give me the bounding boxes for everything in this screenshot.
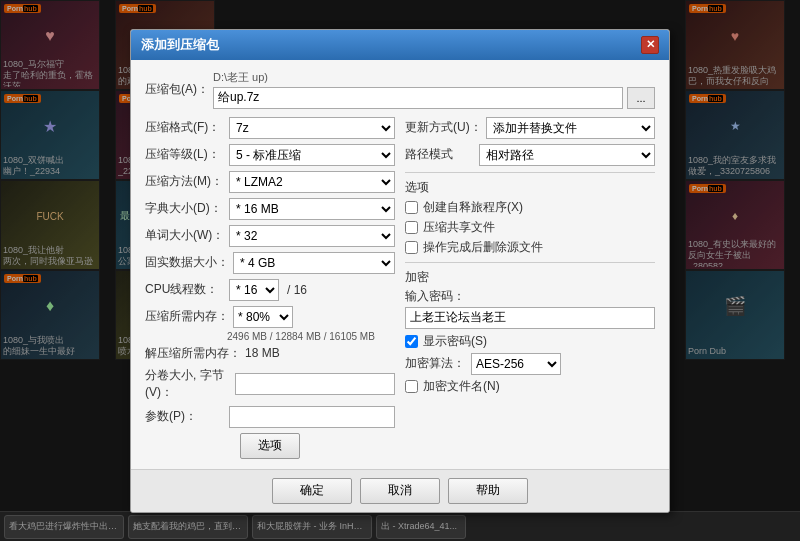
level-row: 压缩等级(L)： 5 - 标准压缩	[145, 144, 395, 166]
dict-label: 字典大小(D)：	[145, 200, 225, 217]
option3-row: 操作完成后删除源文件	[405, 239, 655, 256]
browse-button[interactable]: ...	[627, 87, 655, 109]
update-row: 更新方式(U)： 添加并替换文件	[405, 117, 655, 139]
mem-compress-label: 压缩所需内存：	[145, 308, 229, 325]
update-select[interactable]: 添加并替换文件	[486, 117, 655, 139]
option1-checkbox[interactable]	[405, 201, 418, 214]
option1-row: 创建自释旅程序(X)	[405, 199, 655, 216]
word-label: 单词大小(W)：	[145, 227, 225, 244]
mem-decompress-row: 解压缩所需内存： 18 MB	[145, 345, 395, 362]
split-row: 分卷大小, 字节(V)：	[145, 367, 395, 401]
params-row: 参数(P)：	[145, 406, 395, 428]
archive-path-row: 压缩包(A)： D:\老王 up) ...	[145, 70, 655, 109]
encrypt-input-label: 输入密码：	[405, 288, 655, 305]
word-row: 单词大小(W)： * 32	[145, 225, 395, 247]
compress-dialog: 添加到压缩包 ✕ 压缩包(A)： D:\老王 up) ...	[130, 29, 670, 513]
help-button[interactable]: 帮助	[448, 478, 528, 504]
encrypt-filename-checkbox[interactable]	[405, 380, 418, 393]
dict-row: 字典大小(D)： * 16 MB	[145, 198, 395, 220]
mem-compress-select[interactable]: * 80%	[233, 306, 293, 328]
encrypt-filename-label: 加密文件名(N)	[423, 378, 500, 395]
encrypt-section: 加密 输入密码： 显示密码(S) 加密算法： AES-256	[405, 269, 655, 395]
algo-select[interactable]: AES-256	[471, 353, 561, 375]
two-col-layout: 压缩格式(F)： 7z 压缩等级(L)： 5 - 标准压缩 压缩方法(M)：	[145, 117, 655, 459]
show-password-row: 显示密码(S)	[405, 333, 655, 350]
params-input[interactable]	[229, 406, 395, 428]
encrypt-filename-row: 加密文件名(N)	[405, 378, 655, 395]
format-row: 压缩格式(F)： 7z	[145, 117, 395, 139]
right-column: 更新方式(U)： 添加并替换文件 路径模式 相对路径 选项	[405, 117, 655, 459]
cpu-row: CPU线程数： * 16 / 16	[145, 279, 395, 301]
solid-row: 固实数据大小： * 4 GB	[145, 252, 395, 274]
method-label: 压缩方法(M)：	[145, 173, 225, 190]
word-select[interactable]: * 32	[229, 225, 395, 247]
archive-label: 压缩包(A)：	[145, 81, 209, 98]
params-label: 参数(P)：	[145, 408, 225, 425]
solid-label: 固实数据大小：	[145, 254, 229, 271]
option2-row: 压缩共享文件	[405, 219, 655, 236]
mem-decompress-value: 18 MB	[245, 346, 395, 360]
solid-select[interactable]: * 4 GB	[233, 252, 395, 274]
format-select[interactable]: 7z	[229, 117, 395, 139]
split-label: 分卷大小, 字节(V)：	[145, 367, 231, 401]
options-button[interactable]: 选项	[240, 433, 300, 459]
show-password-label: 显示密码(S)	[423, 333, 487, 350]
dialog-footer: 确定 取消 帮助	[131, 469, 669, 512]
mem-compress-detail: 2496 MB / 12884 MB / 16105 MB	[227, 331, 395, 342]
method-select[interactable]: * LZMA2	[229, 171, 395, 193]
path-mode-row: 路径模式 相对路径	[405, 144, 655, 166]
left-column: 压缩格式(F)： 7z 压缩等级(L)： 5 - 标准压缩 压缩方法(M)：	[145, 117, 395, 459]
dict-select[interactable]: * 16 MB	[229, 198, 395, 220]
ok-button[interactable]: 确定	[272, 478, 352, 504]
archive-path-input[interactable]	[213, 87, 623, 109]
path-mode-select[interactable]: 相对路径	[479, 144, 655, 166]
dialog-overlay: 添加到压缩包 ✕ 压缩包(A)： D:\老王 up) ...	[0, 0, 800, 541]
show-password-checkbox[interactable]	[405, 335, 418, 348]
option1-label: 创建自释旅程序(X)	[423, 199, 523, 216]
path-mode-label: 路径模式	[405, 146, 475, 163]
cpu-select[interactable]: * 16	[229, 279, 279, 301]
split-input[interactable]	[235, 373, 395, 395]
level-select[interactable]: 5 - 标准压缩	[229, 144, 395, 166]
archive-path-hint: D:\老王 up)	[213, 70, 655, 85]
cpu-label: CPU线程数：	[145, 281, 225, 298]
update-label: 更新方式(U)：	[405, 119, 482, 136]
cpu-total: / 16	[287, 283, 307, 297]
algo-label: 加密算法：	[405, 355, 465, 372]
method-row: 压缩方法(M)： * LZMA2	[145, 171, 395, 193]
dialog-title-bar: 添加到压缩包 ✕	[131, 30, 669, 60]
option2-label: 压缩共享文件	[423, 219, 495, 236]
dialog-body: 压缩包(A)： D:\老王 up) ... 压缩格式(F)： 7z	[131, 60, 669, 469]
format-label: 压缩格式(F)：	[145, 119, 225, 136]
level-label: 压缩等级(L)：	[145, 146, 225, 163]
dialog-title: 添加到压缩包	[141, 36, 219, 54]
option3-checkbox[interactable]	[405, 241, 418, 254]
mem-decompress-label: 解压缩所需内存：	[145, 345, 241, 362]
cancel-button[interactable]: 取消	[360, 478, 440, 504]
encrypt-section-label: 加密	[405, 269, 655, 286]
option3-label: 操作完成后删除源文件	[423, 239, 543, 256]
option2-checkbox[interactable]	[405, 221, 418, 234]
options-section-label: 选项	[405, 179, 655, 196]
dialog-close-button[interactable]: ✕	[641, 36, 659, 54]
mem-compress-row: 压缩所需内存： * 80%	[145, 306, 395, 328]
password-input[interactable]	[405, 307, 655, 329]
algo-row: 加密算法： AES-256	[405, 353, 655, 375]
